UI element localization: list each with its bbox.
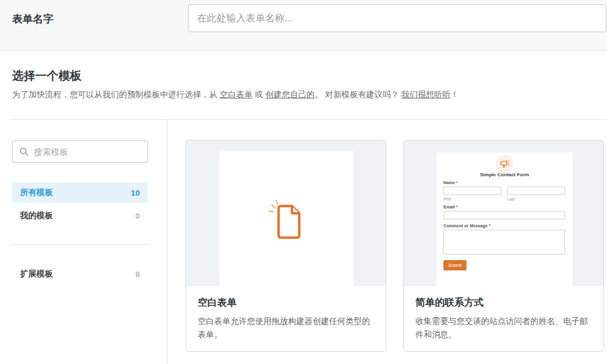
form-name-input[interactable]	[188, 4, 606, 32]
preview-comment-textarea	[443, 230, 565, 255]
preview-last-name-input	[507, 187, 565, 195]
template-card-description: 收集需要与您交谈的站点访问者的姓名、电子邮件和消息。	[415, 315, 594, 342]
description-text: 或	[252, 90, 265, 99]
template-card-blank-form[interactable]: 空白表单 空白表单允许您使用拖放构建器创建任何类型的表单。	[186, 140, 386, 352]
preview-email-input	[443, 211, 565, 219]
form-name-header: 表单名字	[0, 0, 607, 51]
preview-name-label: Name *	[443, 180, 458, 185]
sidebar-item-label: 我的模板	[20, 210, 53, 221]
horizontal-divider	[11, 119, 607, 120]
template-preview-sheet	[220, 151, 353, 286]
section-description: 为了加快流程，您可以从我们的预制模板中进行选择，从 空白表单 或 创建您自己的。…	[12, 89, 459, 100]
description-text: 。 对新模板有建议吗？	[314, 90, 401, 99]
build-your-own-link[interactable]: 创建您自己的	[265, 90, 314, 99]
preview-comment-label: Comment or Message *	[443, 224, 490, 228]
description-text: ！	[451, 90, 459, 99]
template-card-title: 简单的联系方式	[415, 297, 592, 309]
sidebar-item-my-templates[interactable]: 我的模板 0	[12, 205, 148, 226]
preview-first-sublabel: First	[443, 197, 451, 201]
page-title: 选择一个模板	[12, 68, 82, 84]
template-preview-sheet: Simple Contact Form Name * First Last Em…	[437, 153, 572, 286]
blank-form-link[interactable]: 空白表单	[220, 90, 252, 99]
required-asterisk: *	[489, 224, 491, 228]
required-asterisk: *	[456, 205, 458, 209]
preview-submit-button: Submit	[443, 260, 467, 270]
sidebar-item-all-templates[interactable]: 所有模板 10	[12, 182, 148, 203]
megaphone-icon	[496, 155, 513, 173]
template-count-badge: 10	[131, 188, 140, 197]
template-search-input[interactable]	[34, 147, 137, 157]
description-text: 为了加快流程，您可以从我们的预制模板中进行选择，从	[12, 90, 220, 99]
template-card-title: 空白表单	[198, 297, 374, 309]
sidebar-divider	[167, 120, 167, 364]
sidebar-item-label: 扩展模板	[20, 269, 53, 280]
form-name-label: 表单名字	[12, 12, 54, 26]
sidebar-section-divider	[12, 244, 149, 245]
required-asterisk: *	[456, 180, 458, 185]
sidebar-item-label: 所有模板	[20, 187, 53, 198]
preview-email-label: Email *	[443, 205, 457, 209]
feedback-link[interactable]: 我们很想听听	[401, 90, 451, 99]
form-setup-page: 表单名字 选择一个模板 为了加快流程，您可以从我们的预制模板中进行选择，从 空白…	[0, 0, 607, 364]
template-card-description: 空白表单允许您使用拖放构建器创建任何类型的表单。	[198, 315, 376, 342]
blank-document-icon	[267, 197, 304, 241]
preview-first-name-input	[443, 187, 501, 195]
template-count-badge: 8	[135, 270, 140, 279]
preview-last-sublabel: Last	[507, 197, 515, 201]
template-card-footer: 简单的联系方式 收集需要与您交谈的站点访问者的姓名、电子邮件和消息。	[404, 286, 603, 351]
preview-form-title: Simple Contact Form	[437, 172, 572, 177]
template-count-badge: 0	[135, 211, 140, 221]
template-card-footer: 空白表单 空白表单允许您使用拖放构建器创建任何类型的表单。	[186, 286, 386, 351]
template-search-box	[12, 140, 148, 163]
template-card-simple-contact-form[interactable]: Simple Contact Form Name * First Last Em…	[403, 140, 604, 352]
sidebar-item-addon-templates[interactable]: 扩展模板 8	[12, 264, 148, 284]
search-icon	[19, 147, 29, 156]
